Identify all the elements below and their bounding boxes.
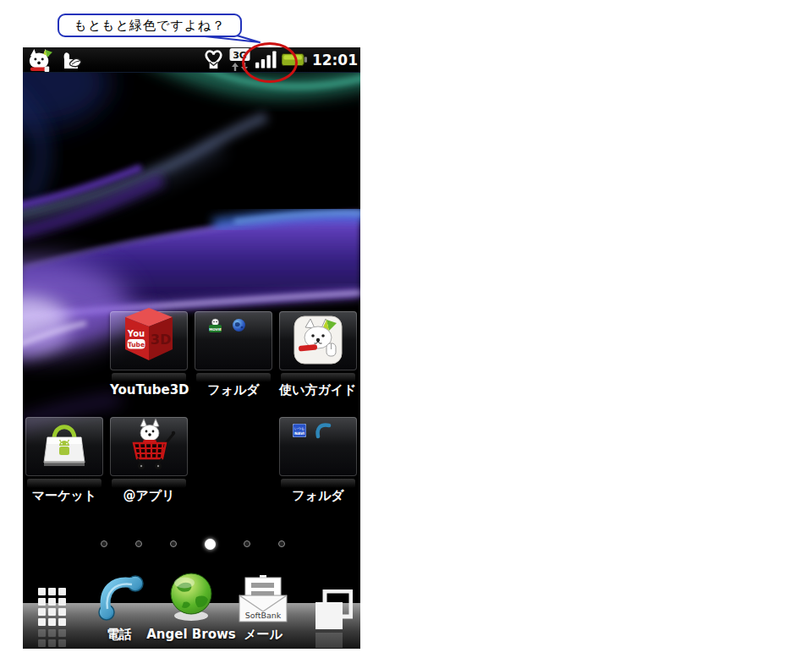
otousan-dog-icon bbox=[25, 48, 54, 72]
page-dot[interactable] bbox=[101, 540, 107, 547]
page-indicator bbox=[101, 538, 285, 550]
app-youtube3d[interactable]: You Tube 3D YouTube3D bbox=[110, 311, 188, 398]
app-guide[interactable]: 使い方ガイド bbox=[279, 311, 357, 398]
folder-media[interactable]: MOVIE フォルダ bbox=[195, 311, 272, 398]
movie-app-mini-icon: MOVIE bbox=[208, 318, 222, 334]
page-dot[interactable] bbox=[170, 540, 177, 547]
page-dot[interactable] bbox=[135, 540, 142, 547]
browser-globe-icon[interactable] bbox=[168, 572, 214, 622]
app-atapp[interactable]: @アプリ bbox=[110, 417, 188, 504]
mail-label: メール bbox=[239, 626, 288, 643]
svg-text:NAVI: NAVI bbox=[294, 431, 304, 436]
folder-label: フォルダ bbox=[195, 382, 272, 398]
app-tile: You Tube 3D bbox=[110, 311, 188, 370]
eco-hand-icon bbox=[58, 48, 83, 71]
svg-text:MOVIE: MOVIE bbox=[209, 327, 222, 332]
window-switcher-icon[interactable] bbox=[314, 589, 353, 632]
dock: 電話 Angel Brows SoftBank bbox=[23, 558, 360, 649]
page-dot[interactable] bbox=[244, 540, 250, 547]
phone-mini-icon bbox=[315, 422, 332, 439]
svg-text:3D: 3D bbox=[151, 332, 171, 348]
clock-text: 12:01 bbox=[312, 52, 358, 69]
highlight-ellipse bbox=[242, 42, 298, 83]
folder-tile: MOVIE bbox=[195, 311, 272, 370]
phone-label: 電話 bbox=[95, 626, 144, 643]
app-tile bbox=[110, 417, 188, 476]
page: もともと緑色ですよね？ bbox=[0, 0, 812, 658]
window-switcher-reflection bbox=[314, 633, 353, 648]
market-bag-icon bbox=[39, 419, 90, 471]
app-market[interactable]: マーケット bbox=[25, 417, 103, 504]
heart-mail-icon bbox=[203, 48, 224, 71]
svg-text:いつも: いつも bbox=[294, 426, 304, 430]
app-label: マーケット bbox=[25, 488, 103, 504]
annotation-callout: もともと緑色ですよね？ bbox=[58, 14, 242, 37]
app-label: 使い方ガイド bbox=[279, 382, 357, 398]
navi-mini-icon: いつも NAVI bbox=[293, 424, 306, 437]
svg-text:SoftBank: SoftBank bbox=[245, 611, 282, 620]
youtube3d-icon: You Tube 3D bbox=[117, 304, 181, 369]
mail-icon[interactable]: SoftBank bbox=[239, 575, 288, 624]
folder-phone[interactable]: いつも NAVI フォルダ bbox=[279, 417, 357, 504]
callout-text: もともと緑色ですよね？ bbox=[74, 18, 226, 34]
status-bar[interactable]: 3G 12:01 bbox=[23, 47, 360, 73]
svg-text:You: You bbox=[127, 329, 145, 338]
browser-label: Angel Brows bbox=[149, 626, 233, 643]
page-dot[interactable] bbox=[278, 540, 285, 547]
phone-dock-icon[interactable] bbox=[95, 572, 144, 622]
app-drawer-button[interactable] bbox=[38, 588, 66, 626]
folder-label: フォルダ bbox=[279, 488, 357, 504]
globe-mini-icon bbox=[232, 318, 246, 332]
dog-cart-icon bbox=[122, 417, 176, 473]
status-left-icons bbox=[25, 48, 83, 72]
phone-screen: 3G 12:01 bbox=[23, 47, 360, 649]
page-dot[interactable] bbox=[205, 539, 216, 550]
guide-dog-icon bbox=[293, 315, 343, 365]
app-tile bbox=[279, 311, 357, 370]
app-drawer-reflection bbox=[38, 629, 66, 647]
app-tile bbox=[25, 417, 103, 476]
app-label: @アプリ bbox=[110, 488, 188, 504]
folder-tile: いつも NAVI bbox=[279, 417, 357, 476]
app-label: YouTube3D bbox=[110, 382, 188, 398]
svg-text:Tube: Tube bbox=[128, 341, 145, 348]
